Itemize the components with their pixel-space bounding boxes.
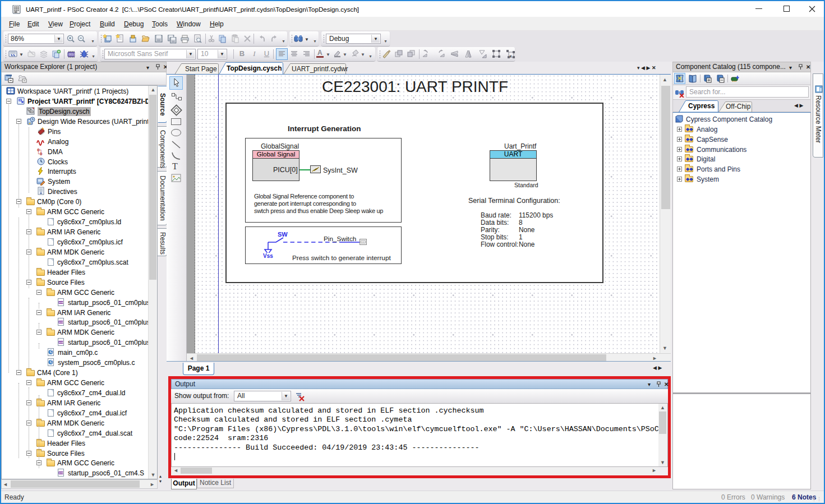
svg-text:0010: 0010 (68, 53, 75, 56)
svg-text:└0: └0 (37, 151, 43, 156)
svg-text:ASM: ASM (59, 341, 63, 344)
svg-text:ASM: ASM (59, 321, 63, 323)
svg-text:C: C (50, 360, 53, 364)
svg-text:ASM: ASM (59, 472, 63, 474)
svg-text:C: C (50, 350, 53, 354)
svg-text:ASM: ASM (59, 302, 63, 304)
